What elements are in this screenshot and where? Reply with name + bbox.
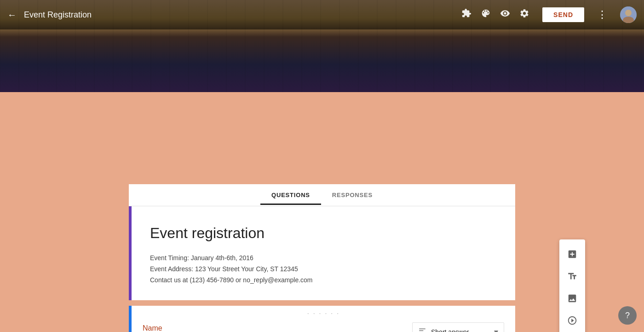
svg-rect-17 — [244, 28, 253, 92]
tab-questions[interactable]: QUESTIONS — [260, 185, 321, 205]
svg-rect-44 — [515, 41, 520, 48]
svg-rect-23 — [382, 28, 391, 92]
svg-rect-28 — [207, 37, 214, 55]
app-header: ← Event Registration SEND ⋮ — [0, 0, 644, 29]
svg-rect-12 — [37, 37, 42, 46]
header-icons: SEND ⋮ — [461, 6, 637, 23]
question-top: Short answer ▾ — [143, 322, 504, 332]
add-video-button[interactable] — [559, 309, 585, 332]
header-title: Event Registration — [24, 10, 461, 20]
avatar[interactable] — [620, 6, 637, 23]
question-label-input[interactable] — [143, 322, 405, 332]
help-icon: ? — [625, 311, 630, 320]
svg-rect-11 — [14, 41, 19, 51]
svg-rect-15 — [198, 28, 207, 92]
svg-rect-16 — [221, 28, 230, 92]
svg-point-33 — [561, 78, 580, 90]
more-options-icon[interactable]: ⋮ — [597, 9, 607, 21]
settings-icon[interactable] — [519, 8, 529, 21]
question-card-name: · · · · · · Short answer ▾ Short answer … — [129, 306, 515, 332]
send-button[interactable]: SEND — [542, 7, 584, 22]
drag-handle: · · · · · · — [307, 309, 340, 318]
svg-rect-27 — [189, 37, 196, 55]
svg-rect-37 — [511, 18, 522, 92]
svg-point-1 — [625, 10, 632, 16]
svg-rect-19 — [290, 28, 299, 92]
form-desc-line3: Contact us at (123) 456-7890 or no_reply… — [150, 275, 497, 286]
main-wrapper: QUESTIONS RESPONSES Event registration E… — [0, 92, 644, 332]
svg-rect-18 — [267, 28, 276, 92]
form-desc-line2: Event Address: 123 Your Street Your City… — [150, 264, 497, 275]
preview-icon[interactable] — [500, 8, 510, 21]
add-question-button[interactable] — [559, 243, 585, 265]
form-desc-line1: Event Timing: January 4th-6th, 2016 — [150, 253, 497, 264]
svg-rect-41 — [603, 18, 614, 92]
dropdown-arrow-icon: ▾ — [494, 327, 498, 332]
svg-point-35 — [579, 79, 599, 92]
type-selector[interactable]: Short answer ▾ — [412, 322, 504, 332]
type-selector-icon — [418, 326, 426, 332]
svg-rect-39 — [557, 18, 568, 92]
svg-rect-31 — [340, 35, 368, 58]
svg-rect-25 — [428, 28, 437, 92]
svg-rect-20 — [313, 28, 322, 92]
puzzle-icon[interactable] — [461, 8, 472, 21]
help-button[interactable]: ? — [618, 306, 637, 325]
form-info-card: Event registration Event Timing: January… — [129, 206, 515, 300]
type-selector-label: Short answer — [431, 328, 494, 332]
add-title-button[interactable] — [559, 265, 585, 287]
palette-icon[interactable] — [481, 8, 491, 21]
svg-rect-29 — [258, 35, 285, 58]
svg-rect-45 — [538, 39, 543, 46]
svg-rect-24 — [405, 28, 414, 92]
form-title: Event registration — [150, 225, 497, 242]
form-container: QUESTIONS RESPONSES Event registration E… — [129, 184, 515, 332]
svg-rect-22 — [359, 28, 368, 92]
svg-rect-21 — [336, 28, 345, 92]
svg-rect-30 — [294, 32, 331, 58]
tabs-bar: QUESTIONS RESPONSES — [129, 184, 515, 206]
back-button[interactable]: ← — [7, 10, 17, 20]
right-sidebar — [559, 239, 585, 332]
svg-point-34 — [525, 79, 542, 90]
tab-responses[interactable]: RESPONSES — [321, 185, 384, 205]
svg-point-32 — [540, 78, 564, 92]
svg-rect-26 — [451, 28, 460, 92]
svg-rect-14 — [175, 28, 184, 92]
form-description: Event Timing: January 4th-6th, 2016 Even… — [150, 253, 497, 285]
add-image-button[interactable] — [559, 287, 585, 309]
